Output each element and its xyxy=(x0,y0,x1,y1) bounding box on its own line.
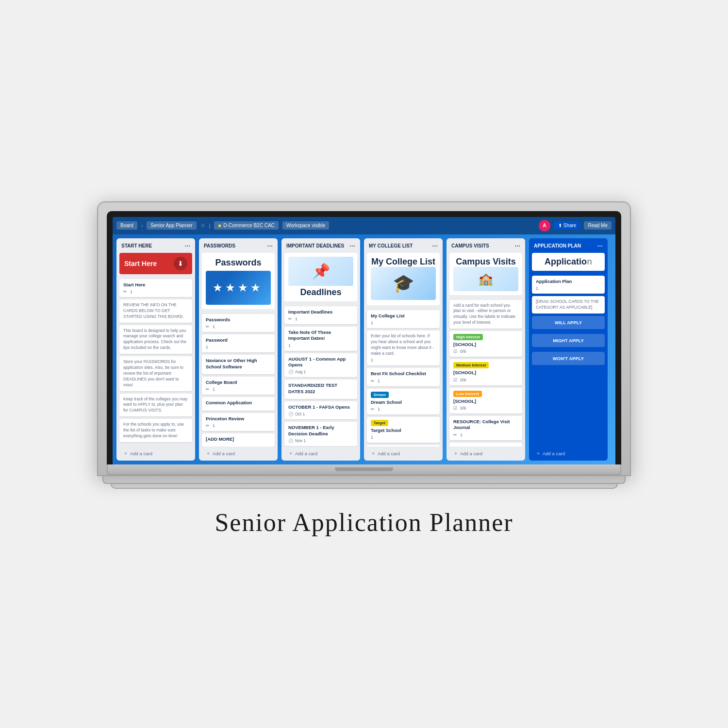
col-menu-passwords[interactable]: ··· xyxy=(267,242,273,250)
card-campus-desc[interactable]: Add a card for each school you plan to v… xyxy=(449,300,522,329)
column-app-plan: APPLICATION PLAN ··· Application Applica… xyxy=(529,238,608,461)
laptop-foot xyxy=(111,484,618,489)
clock-icon: 🕐 xyxy=(288,369,294,374)
card-college-big[interactable]: My College List 🎓 xyxy=(367,253,440,305)
card-princeton[interactable]: Princeton Review ✏ 1 xyxy=(202,413,275,431)
card-drag-instruction[interactable]: [DRAG SCHOOL CARDS TO THE CATEGORY AS AP… xyxy=(532,296,605,314)
board-button[interactable]: Board xyxy=(116,221,137,230)
add-card-college-list[interactable]: ＋ Add a card xyxy=(367,447,440,460)
card-oct1[interactable]: OCTOBER 1 - FAFSA Opens 🕐 Oct 1 xyxy=(284,401,357,419)
card-app-big[interactable]: Application xyxy=(532,253,605,271)
trello-header: Board › Senior App Planner ☆ | ■ D-Comme… xyxy=(113,217,615,234)
card-deadlines-big[interactable]: 📌 Deadlines xyxy=(284,253,357,301)
col-header-deadlines: IMPORTANT DEADLINES ··· xyxy=(281,238,360,253)
card-naviance[interactable]: Naviance or Other High School Software xyxy=(202,355,275,374)
card-app-plan-list[interactable]: Application Plan 1 xyxy=(532,276,605,294)
workspace-button[interactable]: ■ D-Commerce B2C CAC xyxy=(214,221,278,230)
card-important-deadlines[interactable]: Important Deadlines ✏ 1 xyxy=(284,306,357,324)
card-college-board[interactable]: College Board ✏ 1 xyxy=(202,377,275,395)
card-high-interest[interactable]: High Interest [SCHOOL] ☑ 0/6 xyxy=(449,331,522,357)
pencil-icon: ✏ xyxy=(206,387,210,392)
cl-image: 🎓 xyxy=(371,267,436,300)
avatar: A xyxy=(539,220,550,232)
add-card-start-here[interactable]: ＋ Add a card xyxy=(119,447,192,460)
add-card-campus-visits[interactable]: ＋ Add a card xyxy=(449,447,522,460)
share-icon: ⬆ xyxy=(558,223,563,228)
card-wont-apply[interactable]: WON'T APPLY xyxy=(532,352,605,365)
start-here-banner-card[interactable]: Start Here ⬇ xyxy=(119,253,192,274)
card-tasks-tip[interactable]: For the schools you apply to, use the li… xyxy=(119,419,192,442)
col-menu-deadlines[interactable]: ··· xyxy=(349,242,355,250)
card-visit-journal[interactable]: RESOURCE: College Visit Journal ✏ 1 xyxy=(449,416,522,440)
plus-icon: ＋ xyxy=(123,450,128,457)
add-card-deadlines[interactable]: ＋ Add a card xyxy=(284,447,357,460)
col-body-start-here: Start Here ⬇ Start Here ✏ 1 xyxy=(116,253,195,447)
dl-icon: 📌 xyxy=(288,257,353,286)
card-might-apply[interactable]: MIGHT APPLY xyxy=(532,334,605,347)
col-menu-college-list[interactable]: ··· xyxy=(432,242,438,250)
column-college-list: MY COLLEGE LIST ··· My College List 🎓 My… xyxy=(364,238,443,461)
pencil-icon: ✏ xyxy=(123,289,127,294)
laptop-notch xyxy=(335,467,393,471)
card-medium-interest[interactable]: Medium Interest [SCHOOL] ☑ 0/6 xyxy=(449,359,522,385)
plus-icon: ＋ xyxy=(371,450,376,457)
card-campus-tip[interactable]: Keep track of the colleges you may want … xyxy=(119,394,192,417)
card-common-app[interactable]: Common Application xyxy=(202,397,275,410)
cv-image: 🏫 xyxy=(453,267,518,291)
pencil-icon: ✏ xyxy=(288,316,292,321)
pw-image: ★★★★ xyxy=(206,271,271,305)
card-aug1[interactable]: AUGUST 1 - Common App Opens 🕐 Aug 1 xyxy=(284,353,357,378)
visibility-button[interactable]: Workspace visible xyxy=(282,221,329,230)
laptop-base xyxy=(107,464,621,475)
card-my-college-list[interactable]: My College List 1 xyxy=(367,310,440,328)
clock-icon: 🕐 xyxy=(288,412,294,416)
column-deadlines: IMPORTANT DEADLINES ··· 📌 Deadlines Impo… xyxy=(281,238,360,461)
card-review-info[interactable]: REVIEW THE INFO ON THE CARDS BELOW TO GE… xyxy=(119,299,192,323)
card-nov1-ed[interactable]: NOVEMBER 1 - Early Decision Deadline 🕐 N… xyxy=(284,422,357,446)
card-add-more-campus[interactable]: [ADD MORE] xyxy=(449,443,522,447)
card-add-more-pw[interactable]: [ADD MORE] xyxy=(202,433,275,447)
card-low-interest[interactable]: Low Interest [SCHOOL] ☑ 0/6 xyxy=(449,388,522,414)
read-me-button[interactable]: Read Me xyxy=(584,221,612,230)
checklist-icon: ☑ xyxy=(453,378,457,382)
card-passwords-tip[interactable]: Store your PASSWORDS for application sit… xyxy=(119,356,192,391)
plus-icon: ＋ xyxy=(288,450,293,457)
board-name-button[interactable]: Senior App Planner xyxy=(147,221,196,230)
page-title: Senior Application Planner xyxy=(215,508,513,537)
column-passwords: PASSWORDS ··· Passwords ★★★★ xyxy=(199,238,278,461)
plus-icon: ＋ xyxy=(536,450,541,457)
card-dream-school[interactable]: Dream Dream School ✏ 1 xyxy=(367,389,440,414)
col-menu-campus-visits[interactable]: ··· xyxy=(514,242,520,250)
col-body-college-list: My College List 🎓 My College List 1 xyxy=(364,253,443,447)
col-menu-app-plan[interactable]: ··· xyxy=(597,242,603,250)
card-campus-big[interactable]: Campus Visits 🏫 xyxy=(449,253,522,295)
card-will-apply[interactable]: WILL APPLY xyxy=(532,316,605,329)
pencil-icon: ✏ xyxy=(206,324,210,329)
card-take-note[interactable]: Take Note Of These Important Dates! 1 xyxy=(284,327,357,351)
laptop-body: Board › Senior App Planner ☆ | ■ D-Comme… xyxy=(97,201,631,476)
card-passwords-big[interactable]: Passwords ★★★★ xyxy=(202,253,275,309)
card-best-fit[interactable]: Best Fit School Checklist ✏ 1 xyxy=(367,368,440,386)
card-password-entry[interactable]: Password 1 xyxy=(202,334,275,352)
card-enter-schools[interactable]: Enter your list of schools here. If you … xyxy=(367,331,440,366)
card-start-here-main[interactable]: Start Here ✏ 1 xyxy=(119,279,192,297)
add-card-app-plan[interactable]: ＋ Add a card xyxy=(532,447,605,460)
col-body-app-plan: Application Application Plan 1 [DRAG S xyxy=(529,253,608,447)
share-button[interactable]: ⬆ Share xyxy=(554,221,580,230)
checklist-icon: ☑ xyxy=(453,349,457,354)
card-passwords-list[interactable]: Passwords ✏ 1 xyxy=(202,314,275,332)
card-test-dates[interactable]: STANDARDIZED TEST DATES 2022 xyxy=(284,380,357,399)
col-body-passwords: Passwords ★★★★ Passwords ✏ 1 xyxy=(199,253,278,447)
card-board-description[interactable]: This board is designed to help you manag… xyxy=(119,325,192,354)
col-header-passwords: PASSWORDS ··· xyxy=(199,238,278,253)
card-target-school[interactable]: Target Target School 1 xyxy=(367,417,440,443)
col-body-campus-visits: Campus Visits 🏫 Add a card for each scho… xyxy=(447,253,525,447)
pencil-icon: ✏ xyxy=(453,432,457,437)
add-card-passwords[interactable]: ＋ Add a card xyxy=(202,447,275,460)
col-header-app-plan: APPLICATION PLAN ··· xyxy=(529,238,608,253)
col-header-college-list: MY COLLEGE LIST ··· xyxy=(364,238,443,253)
star-icon[interactable]: ☆ xyxy=(200,222,205,229)
col-menu-start-here[interactable]: ··· xyxy=(184,242,190,250)
card-safety-school[interactable]: Safety Safety School xyxy=(367,445,440,446)
column-start-here: START HERE ··· Start Here ⬇ Start Here xyxy=(116,238,195,461)
